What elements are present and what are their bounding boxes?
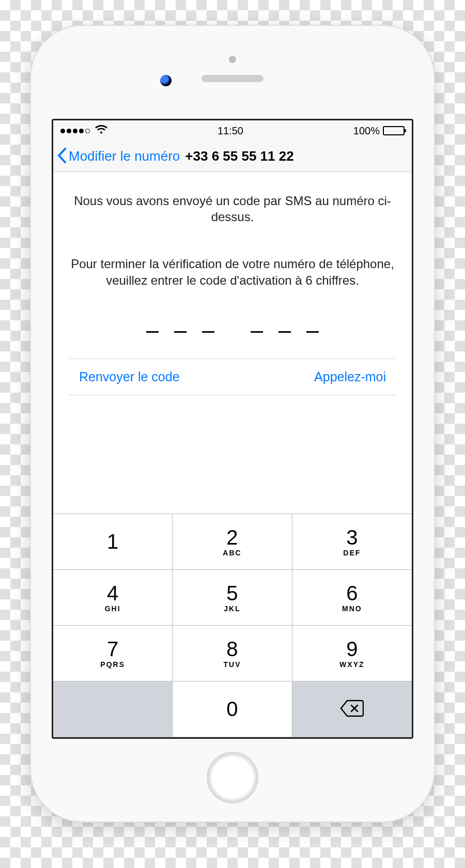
code-digit-6[interactable] bbox=[306, 330, 319, 333]
status-bar: 11:50 100% bbox=[53, 120, 412, 141]
keypad-digit: 3 bbox=[346, 527, 358, 548]
front-camera bbox=[160, 75, 172, 86]
code-digit-1[interactable] bbox=[146, 330, 159, 333]
keypad-digit: 7 bbox=[107, 639, 118, 659]
keypad-4[interactable]: 4 GHI bbox=[53, 570, 173, 626]
keypad-digit: 5 bbox=[226, 583, 238, 603]
nav-title: +33 6 55 55 11 22 bbox=[185, 148, 293, 164]
status-time: 11:50 bbox=[218, 125, 243, 137]
keypad-2[interactable]: 2 ABC bbox=[173, 514, 292, 570]
code-digit-2[interactable] bbox=[174, 330, 187, 333]
status-right: 100% bbox=[353, 125, 405, 137]
signal-icon bbox=[60, 129, 90, 133]
keypad-digit: 6 bbox=[346, 583, 358, 603]
back-chevron-icon[interactable] bbox=[57, 148, 67, 165]
info-text-2: Pour terminer la vérification de votre n… bbox=[69, 256, 396, 288]
keypad-digit: 8 bbox=[226, 639, 238, 659]
sensor-dot bbox=[229, 56, 236, 63]
phone-frame: 11:50 100% Modifier le numéro +33 6 55 5… bbox=[31, 26, 434, 822]
keypad-letters: MNO bbox=[342, 605, 362, 613]
nav-bar: Modifier le numéro +33 6 55 55 11 22 bbox=[53, 141, 412, 172]
keypad-letters: JKL bbox=[224, 605, 240, 613]
screen: 11:50 100% Modifier le numéro +33 6 55 5… bbox=[52, 119, 413, 739]
battery-icon bbox=[383, 126, 405, 135]
content-area: Nous vous avons envoyé un code par SMS a… bbox=[53, 172, 412, 514]
keypad-letters: ABC bbox=[223, 549, 241, 557]
back-button[interactable]: Modifier le numéro bbox=[69, 148, 180, 164]
keypad-6[interactable]: 6 MNO bbox=[292, 570, 412, 626]
keypad-letters: PQRS bbox=[100, 660, 125, 669]
keypad-digit: 1 bbox=[107, 531, 118, 552]
code-digit-5[interactable] bbox=[278, 330, 291, 333]
status-left bbox=[60, 125, 107, 137]
keypad-letters: GHI bbox=[105, 605, 121, 613]
keypad-digit: 4 bbox=[107, 583, 118, 603]
keypad-letters: WXYZ bbox=[339, 660, 364, 669]
numeric-keypad: 1 2 ABC 3 DEF 4 GHI 5 J bbox=[53, 514, 412, 737]
home-button[interactable] bbox=[207, 752, 258, 803]
keypad-1[interactable]: 1 bbox=[53, 514, 173, 570]
battery-pct: 100% bbox=[353, 125, 380, 137]
keypad-letters: DEF bbox=[343, 549, 361, 557]
code-digit-4[interactable] bbox=[251, 330, 263, 333]
keypad-9[interactable]: 9 WXYZ bbox=[292, 626, 412, 681]
keypad-digit: 0 bbox=[226, 699, 238, 719]
backspace-icon bbox=[340, 700, 364, 719]
keypad-3[interactable]: 3 DEF bbox=[292, 514, 412, 570]
keypad-backspace[interactable] bbox=[292, 681, 412, 737]
code-input[interactable] bbox=[69, 330, 396, 333]
keypad-0[interactable]: 0 bbox=[173, 681, 292, 737]
info-text-1: Nous vous avons envoyé un code par SMS a… bbox=[69, 193, 396, 225]
keypad-blank bbox=[53, 681, 173, 737]
resend-code-link[interactable]: Renvoyer le code bbox=[79, 369, 180, 384]
call-me-link[interactable]: Appelez-moi bbox=[314, 369, 386, 384]
keypad-letters: TUV bbox=[223, 660, 241, 669]
keypad-digit: 9 bbox=[346, 639, 358, 659]
wifi-icon bbox=[95, 125, 107, 137]
keypad-5[interactable]: 5 JKL bbox=[173, 570, 292, 626]
keypad-7[interactable]: 7 PQRS bbox=[53, 626, 173, 681]
keypad-8[interactable]: 8 TUV bbox=[173, 626, 292, 681]
action-row: Renvoyer le code Appelez-moi bbox=[69, 359, 396, 395]
keypad-digit: 2 bbox=[226, 527, 238, 548]
code-digit-3[interactable] bbox=[202, 330, 214, 333]
